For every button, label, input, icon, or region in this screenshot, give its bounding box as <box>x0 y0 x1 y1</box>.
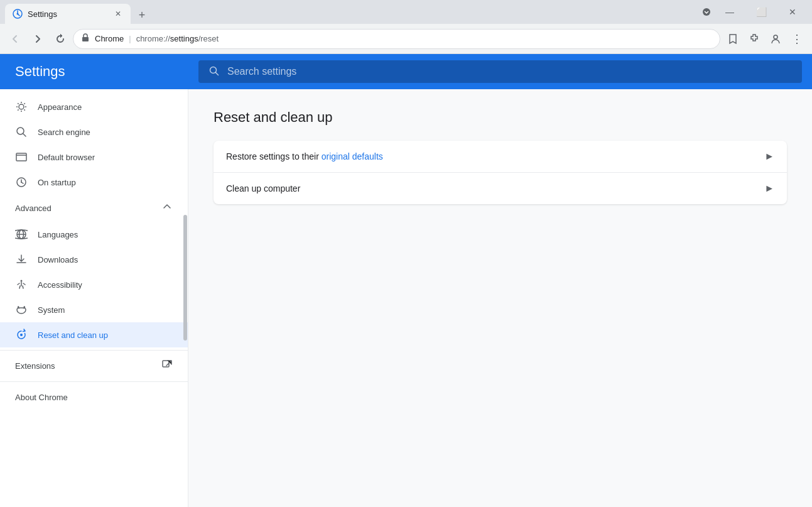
address-separator: | <box>129 34 131 43</box>
chrome-dropdown-button[interactable] <box>698 3 715 21</box>
sidebar-label-on-startup: On startup <box>38 178 76 187</box>
reset-options-card: Restore settings to their original defau… <box>214 141 787 204</box>
reset-icon <box>15 329 28 341</box>
scrollbar-thumb <box>183 215 187 341</box>
restore-settings-text: Restore settings to their original defau… <box>226 151 764 161</box>
active-tab[interactable]: Settings ✕ <box>5 4 131 24</box>
appearance-icon <box>15 101 28 113</box>
maximize-button[interactable]: ⬜ <box>747 2 776 22</box>
cleanup-arrow-icon: ► <box>764 183 774 194</box>
settings-header: Settings <box>0 63 188 80</box>
sidebar-label-accessibility: Accessibility <box>38 280 82 290</box>
sidebar-divider-2 <box>0 381 188 382</box>
svg-point-7 <box>17 128 24 134</box>
sidebar-label-downloads: Downloads <box>38 255 78 264</box>
sidebar-item-search-engine[interactable]: Search engine <box>0 119 188 144</box>
external-link-icon <box>161 359 173 373</box>
svg-rect-3 <box>82 37 89 41</box>
sidebar-item-system[interactable]: System <box>0 297 188 322</box>
svg-point-4 <box>774 35 777 39</box>
address-text: chrome://settings/reset <box>136 34 219 43</box>
system-icon <box>15 303 28 316</box>
svg-point-14 <box>20 334 23 336</box>
sidebar-nav: Appearance Search engine Default browser <box>0 89 188 507</box>
menu-button[interactable]: ⋮ <box>787 29 807 49</box>
search-engine-icon <box>15 126 28 138</box>
svg-rect-8 <box>16 153 26 161</box>
cleanup-computer-text: Clean up computer <box>226 183 764 194</box>
restore-settings-item[interactable]: Restore settings to their original defau… <box>214 141 787 173</box>
sidebar-item-on-startup[interactable]: On startup <box>0 170 188 195</box>
sidebar-item-accessibility[interactable]: Accessibility <box>0 272 188 297</box>
tab-close-button[interactable]: ✕ <box>113 9 123 19</box>
svg-point-2 <box>703 8 710 16</box>
sidebar-item-extensions[interactable]: Extensions <box>0 353 188 379</box>
sidebar-label-languages: Languages <box>38 230 78 239</box>
svg-point-13 <box>21 280 23 282</box>
accessibility-icon <box>15 278 28 291</box>
extensions-label: Extensions <box>15 361 55 371</box>
sidebar-label-system: System <box>38 305 65 315</box>
advanced-label: Advanced <box>15 204 51 213</box>
profile-button[interactable] <box>766 29 786 49</box>
sidebar-divider <box>0 350 188 351</box>
back-button[interactable] <box>5 29 25 49</box>
extensions-button[interactable] <box>744 29 764 49</box>
languages-icon <box>15 228 28 241</box>
on-startup-icon <box>15 176 28 188</box>
sidebar-item-appearance[interactable]: Appearance <box>0 94 188 119</box>
sidebar-item-reset[interactable]: Reset and clean up <box>0 322 188 347</box>
new-tab-button[interactable]: + <box>133 6 151 24</box>
advanced-section-header[interactable]: Advanced <box>0 195 188 222</box>
downloads-icon <box>15 253 28 266</box>
search-container[interactable] <box>188 60 812 83</box>
sidebar-label-reset: Reset and clean up <box>38 330 108 340</box>
sidebar-label-appearance: Appearance <box>38 102 82 112</box>
security-icon <box>81 33 90 44</box>
svg-point-1 <box>17 13 19 15</box>
sidebar-item-about-chrome[interactable]: About Chrome <box>0 384 188 410</box>
search-input[interactable] <box>227 66 792 77</box>
sidebar-label-search-engine: Search engine <box>38 128 90 137</box>
close-button[interactable]: ✕ <box>778 2 807 22</box>
forward-button[interactable] <box>28 29 48 49</box>
about-chrome-label: About Chrome <box>15 393 68 402</box>
sidebar-item-languages[interactable]: Languages <box>0 222 188 247</box>
restore-arrow-icon: ► <box>764 151 774 162</box>
scrollbar[interactable] <box>183 89 188 507</box>
advanced-collapse-icon <box>161 201 173 215</box>
search-icon <box>208 65 220 79</box>
reload-button[interactable] <box>50 29 70 49</box>
bookmark-button[interactable] <box>723 29 743 49</box>
sidebar-item-default-browser[interactable]: Default browser <box>0 144 188 170</box>
tab-title: Settings <box>28 9 108 19</box>
address-bar[interactable]: Chrome | chrome://settings/reset <box>73 29 720 49</box>
default-browser-icon <box>15 151 28 163</box>
site-name: Chrome <box>95 34 124 43</box>
settings-title: Settings <box>15 63 65 80</box>
tab-favicon <box>13 9 23 19</box>
page-title: Reset and clean up <box>214 109 787 126</box>
sidebar-item-downloads[interactable]: Downloads <box>0 247 188 272</box>
svg-point-10 <box>21 182 22 183</box>
cleanup-computer-item[interactable]: Clean up computer ► <box>214 173 787 204</box>
sidebar-label-default-browser: Default browser <box>38 153 95 162</box>
minimize-button[interactable]: — <box>715 2 744 22</box>
svg-point-6 <box>19 104 24 109</box>
